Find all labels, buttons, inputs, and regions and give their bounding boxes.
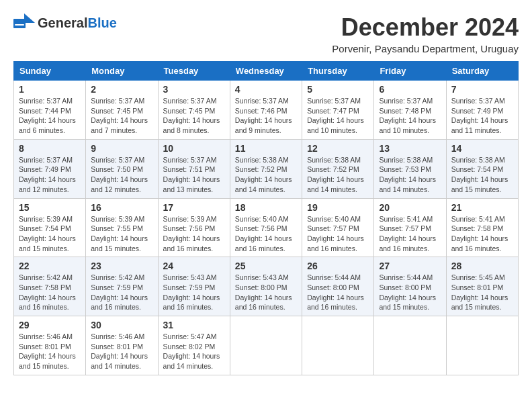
day-info: Sunrise: 5:46 AM Sunset: 8:01 PM Dayligh…	[91, 332, 152, 371]
day-number: 20	[379, 202, 441, 213]
week-row-3: 15 Sunrise: 5:39 AM Sunset: 7:54 PM Dayl…	[14, 198, 519, 257]
day-info: Sunrise: 5:37 AM Sunset: 7:50 PM Dayligh…	[91, 155, 152, 195]
day-info: Sunrise: 5:43 AM Sunset: 7:59 PM Dayligh…	[163, 273, 225, 312]
day-number: 26	[307, 261, 369, 271]
day-info: Sunrise: 5:42 AM Sunset: 7:59 PM Dayligh…	[91, 273, 152, 312]
day-number: 14	[451, 143, 513, 154]
day-info: Sunrise: 5:46 AM Sunset: 8:01 PM Dayligh…	[19, 332, 81, 371]
week-row-5: 29 Sunrise: 5:46 AM Sunset: 8:01 PM Dayl…	[14, 316, 519, 375]
day-number: 24	[163, 261, 225, 271]
day-number: 3	[163, 84, 225, 95]
day-info: Sunrise: 5:43 AM Sunset: 8:00 PM Dayligh…	[235, 273, 297, 312]
day-number: 23	[91, 261, 152, 271]
weekday-header-tuesday: Tuesday	[158, 62, 230, 81]
week-row-1: 1 Sunrise: 5:37 AM Sunset: 7:44 PM Dayli…	[14, 81, 519, 140]
weekday-header-friday: Friday	[374, 62, 446, 81]
calendar-cell	[302, 316, 374, 375]
day-number: 13	[379, 143, 441, 154]
day-number: 2	[91, 84, 152, 95]
day-number: 6	[379, 84, 441, 95]
day-info: Sunrise: 5:44 AM Sunset: 8:00 PM Dayligh…	[379, 273, 441, 312]
calendar-cell: 15 Sunrise: 5:39 AM Sunset: 7:54 PM Dayl…	[14, 198, 86, 257]
day-number: 21	[451, 202, 513, 213]
day-info: Sunrise: 5:37 AM Sunset: 7:49 PM Dayligh…	[19, 155, 81, 195]
day-number: 16	[91, 202, 152, 213]
calendar-cell: 9 Sunrise: 5:37 AM Sunset: 7:50 PM Dayli…	[86, 139, 158, 198]
day-number: 12	[307, 143, 369, 154]
day-info: Sunrise: 5:44 AM Sunset: 8:00 PM Dayligh…	[307, 273, 369, 312]
day-info: Sunrise: 5:40 AM Sunset: 7:57 PM Dayligh…	[307, 214, 369, 254]
day-info: Sunrise: 5:37 AM Sunset: 7:45 PM Dayligh…	[91, 96, 152, 136]
day-info: Sunrise: 5:37 AM Sunset: 7:51 PM Dayligh…	[163, 155, 225, 195]
calendar-cell: 20 Sunrise: 5:41 AM Sunset: 7:57 PM Dayl…	[374, 198, 446, 257]
day-info: Sunrise: 5:47 AM Sunset: 8:02 PM Dayligh…	[163, 332, 225, 371]
weekday-header-saturday: Saturday	[446, 62, 518, 81]
weekday-header-wednesday: Wednesday	[230, 62, 302, 81]
svg-rect-0	[13, 19, 26, 28]
logo: GeneralBlue	[13, 13, 117, 32]
day-number: 28	[451, 261, 513, 271]
day-info: Sunrise: 5:37 AM Sunset: 7:49 PM Dayligh…	[451, 96, 513, 136]
day-info: Sunrise: 5:37 AM Sunset: 7:47 PM Dayligh…	[307, 96, 369, 136]
day-number: 10	[163, 143, 225, 154]
calendar-cell: 28 Sunrise: 5:45 AM Sunset: 8:01 PM Dayl…	[446, 257, 518, 316]
day-info: Sunrise: 5:45 AM Sunset: 8:01 PM Dayligh…	[451, 273, 513, 312]
day-info: Sunrise: 5:40 AM Sunset: 7:56 PM Dayligh…	[235, 214, 297, 254]
calendar-cell: 29 Sunrise: 5:46 AM Sunset: 8:01 PM Dayl…	[14, 316, 86, 375]
logo-general: General	[38, 15, 87, 30]
calendar-cell: 27 Sunrise: 5:44 AM Sunset: 8:00 PM Dayl…	[374, 257, 446, 316]
day-info: Sunrise: 5:41 AM Sunset: 7:57 PM Dayligh…	[379, 214, 441, 254]
calendar-cell	[230, 316, 302, 375]
calendar-cell: 10 Sunrise: 5:37 AM Sunset: 7:51 PM Dayl…	[158, 139, 230, 198]
week-row-2: 8 Sunrise: 5:37 AM Sunset: 7:49 PM Dayli…	[14, 139, 519, 198]
calendar-cell: 7 Sunrise: 5:37 AM Sunset: 7:49 PM Dayli…	[446, 81, 518, 140]
weekday-header-sunday: Sunday	[14, 62, 86, 81]
calendar-cell: 25 Sunrise: 5:43 AM Sunset: 8:00 PM Dayl…	[230, 257, 302, 316]
logo-icon	[13, 13, 35, 32]
day-number: 25	[235, 261, 297, 271]
day-info: Sunrise: 5:38 AM Sunset: 7:52 PM Dayligh…	[235, 155, 297, 195]
day-number: 17	[163, 202, 225, 213]
calendar-cell: 22 Sunrise: 5:42 AM Sunset: 7:58 PM Dayl…	[14, 257, 86, 316]
day-number: 29	[19, 320, 81, 330]
day-info: Sunrise: 5:39 AM Sunset: 7:55 PM Dayligh…	[91, 214, 152, 254]
day-info: Sunrise: 5:42 AM Sunset: 7:58 PM Dayligh…	[19, 273, 81, 312]
day-info: Sunrise: 5:38 AM Sunset: 7:52 PM Dayligh…	[307, 155, 369, 195]
calendar-cell: 12 Sunrise: 5:38 AM Sunset: 7:52 PM Dayl…	[302, 139, 374, 198]
calendar-cell: 16 Sunrise: 5:39 AM Sunset: 7:55 PM Dayl…	[86, 198, 158, 257]
svg-rect-2	[15, 24, 24, 26]
day-info: Sunrise: 5:38 AM Sunset: 7:54 PM Dayligh…	[451, 155, 513, 195]
calendar-cell: 4 Sunrise: 5:37 AM Sunset: 7:46 PM Dayli…	[230, 81, 302, 140]
day-number: 19	[307, 202, 369, 213]
day-number: 8	[19, 143, 81, 154]
calendar-cell: 30 Sunrise: 5:46 AM Sunset: 8:01 PM Dayl…	[86, 316, 158, 375]
day-number: 30	[91, 320, 152, 330]
day-number: 1	[19, 84, 81, 95]
calendar-cell: 8 Sunrise: 5:37 AM Sunset: 7:49 PM Dayli…	[14, 139, 86, 198]
weekday-header-monday: Monday	[86, 62, 158, 81]
calendar-cell	[374, 316, 446, 375]
calendar-cell: 21 Sunrise: 5:41 AM Sunset: 7:58 PM Dayl…	[446, 198, 518, 257]
day-number: 31	[163, 320, 225, 330]
svg-marker-1	[24, 13, 35, 23]
day-info: Sunrise: 5:37 AM Sunset: 7:46 PM Dayligh…	[235, 96, 297, 136]
day-info: Sunrise: 5:38 AM Sunset: 7:53 PM Dayligh…	[379, 155, 441, 195]
day-info: Sunrise: 5:37 AM Sunset: 7:45 PM Dayligh…	[163, 96, 225, 136]
location-title: Porvenir, Paysandu Department, Uruguay	[332, 43, 519, 54]
calendar-cell: 23 Sunrise: 5:42 AM Sunset: 7:59 PM Dayl…	[86, 257, 158, 316]
calendar-cell: 14 Sunrise: 5:38 AM Sunset: 7:54 PM Dayl…	[446, 139, 518, 198]
weekday-header-thursday: Thursday	[302, 62, 374, 81]
calendar-cell: 24 Sunrise: 5:43 AM Sunset: 7:59 PM Dayl…	[158, 257, 230, 316]
calendar-cell: 3 Sunrise: 5:37 AM Sunset: 7:45 PM Dayli…	[158, 81, 230, 140]
header: GeneralBlue December 2024 Porvenir, Pays…	[13, 13, 519, 54]
day-number: 5	[307, 84, 369, 95]
weekday-header-row: SundayMondayTuesdayWednesdayThursdayFrid…	[14, 62, 519, 81]
day-info: Sunrise: 5:37 AM Sunset: 7:48 PM Dayligh…	[379, 96, 441, 136]
calendar-cell	[446, 316, 518, 375]
title-area: December 2024 Porvenir, Paysandu Departm…	[332, 13, 519, 54]
day-info: Sunrise: 5:41 AM Sunset: 7:58 PM Dayligh…	[451, 214, 513, 254]
day-number: 4	[235, 84, 297, 95]
logo-blue: Blue	[87, 15, 116, 30]
day-info: Sunrise: 5:37 AM Sunset: 7:44 PM Dayligh…	[19, 96, 81, 136]
calendar-cell: 11 Sunrise: 5:38 AM Sunset: 7:52 PM Dayl…	[230, 139, 302, 198]
